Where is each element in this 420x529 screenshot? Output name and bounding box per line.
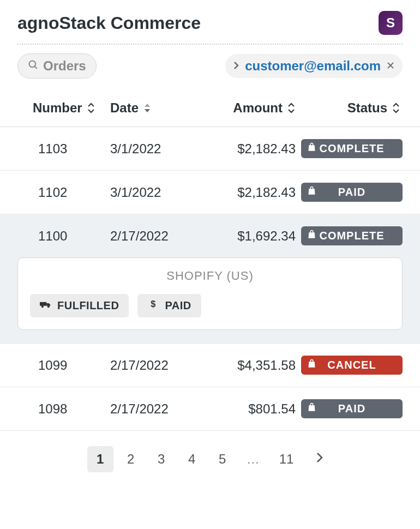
table-header: Number Date Amount Status bbox=[0, 92, 420, 127]
detail-chip: $PAID bbox=[137, 294, 201, 317]
shopify-bag-icon bbox=[308, 186, 317, 199]
status-badge[interactable]: COMPLETE bbox=[301, 226, 403, 245]
column-number-label: Number bbox=[33, 100, 82, 116]
status-badge[interactable]: PAID bbox=[301, 183, 403, 202]
page-button[interactable]: 2 bbox=[118, 446, 144, 472]
dollar-icon: $ bbox=[147, 299, 159, 312]
row-detail-panel: SHOPIFY (US)FULFILLED$PAID bbox=[0, 257, 420, 344]
cell-status: PAID bbox=[301, 183, 403, 202]
sort-icon bbox=[87, 103, 95, 113]
search-icon bbox=[28, 58, 39, 74]
page-button[interactable]: 4 bbox=[179, 446, 205, 472]
table-row[interactable]: 10992/17/2022$4,351.58CANCEL bbox=[0, 344, 420, 387]
cell-date: 2/17/2022 bbox=[110, 229, 203, 244]
customer-email-pill[interactable]: customer@email.com bbox=[225, 54, 403, 78]
status-badge[interactable]: PAID bbox=[301, 399, 403, 418]
cell-status: PAID bbox=[301, 399, 403, 418]
cell-number: 1102 bbox=[17, 185, 110, 200]
cell-amount: $1,692.34 bbox=[203, 229, 301, 244]
column-amount-label: Amount bbox=[233, 100, 283, 116]
close-icon[interactable] bbox=[386, 60, 395, 73]
detail-chip-label: FULFILLED bbox=[57, 299, 119, 312]
chevron-right-icon bbox=[233, 60, 239, 73]
table-row[interactable]: 11002/17/2022$1,692.34COMPLETE bbox=[0, 214, 420, 257]
page-button-last[interactable]: 11 bbox=[271, 446, 303, 472]
cell-number: 1100 bbox=[17, 229, 110, 244]
detail-chips: FULFILLED$PAID bbox=[30, 294, 390, 317]
page-next-button[interactable] bbox=[307, 446, 333, 472]
sort-icon bbox=[287, 103, 296, 113]
orders-table: Number Date Amount Status bbox=[0, 92, 420, 431]
cell-number: 1099 bbox=[17, 358, 110, 373]
shopify-bag-icon bbox=[308, 402, 317, 415]
cell-number: 1098 bbox=[17, 401, 110, 417]
svg-point-7 bbox=[41, 305, 44, 308]
provider-title: SHOPIFY (US) bbox=[30, 269, 390, 283]
column-date[interactable]: Date bbox=[110, 92, 203, 127]
table-body: 11033/1/2022$2,182.43COMPLETE11023/1/202… bbox=[0, 127, 420, 431]
status-badge[interactable]: COMPLETE bbox=[301, 139, 403, 158]
column-amount[interactable]: Amount bbox=[203, 92, 301, 127]
chevron-right-icon bbox=[316, 452, 323, 467]
page-button[interactable]: 5 bbox=[209, 446, 236, 472]
column-status-label: Status bbox=[347, 100, 387, 116]
detail-chip: FULFILLED bbox=[30, 294, 129, 317]
cell-date: 3/1/2022 bbox=[110, 185, 203, 200]
cell-date: 2/17/2022 bbox=[110, 401, 203, 417]
svg-point-8 bbox=[47, 305, 50, 308]
cell-date: 2/17/2022 bbox=[110, 358, 203, 373]
status-badge[interactable]: CANCEL bbox=[301, 356, 403, 375]
column-status[interactable]: Status bbox=[301, 92, 403, 127]
sort-icon bbox=[392, 103, 400, 113]
cell-amount: $2,182.43 bbox=[203, 185, 301, 200]
truck-icon bbox=[40, 299, 52, 312]
detail-card: SHOPIFY (US)FULFILLED$PAID bbox=[17, 257, 403, 330]
status-text: PAID bbox=[338, 402, 365, 415]
orders-filter-label: Orders bbox=[43, 58, 86, 74]
cell-number: 1103 bbox=[17, 141, 110, 157]
status-text: COMPLETE bbox=[319, 142, 384, 155]
svg-point-0 bbox=[29, 61, 36, 68]
customer-email-text: customer@email.com bbox=[245, 58, 381, 74]
orders-filter-pill[interactable]: Orders bbox=[17, 53, 97, 79]
status-text: CANCEL bbox=[327, 359, 376, 371]
page-ellipsis: … bbox=[240, 452, 266, 467]
cell-status: COMPLETE bbox=[301, 226, 403, 245]
shopify-bag-icon bbox=[308, 142, 317, 155]
filter-row: Orders customer@email.com bbox=[0, 45, 420, 92]
status-text: PAID bbox=[338, 186, 365, 199]
page-button[interactable]: 1 bbox=[87, 446, 113, 472]
svg-marker-5 bbox=[145, 109, 150, 112]
cell-amount: $801.54 bbox=[203, 401, 301, 417]
page-title: agnoStack Commerce bbox=[17, 13, 201, 33]
brand-logo: S bbox=[379, 11, 403, 35]
pagination: 12345…11 bbox=[0, 431, 420, 488]
cell-amount: $4,351.58 bbox=[203, 358, 301, 373]
column-date-label: Date bbox=[110, 100, 139, 116]
brand-logo-letter: S bbox=[386, 15, 395, 31]
shopify-bag-icon bbox=[308, 359, 317, 371]
status-text: COMPLETE bbox=[319, 230, 384, 242]
cell-date: 3/1/2022 bbox=[110, 141, 203, 157]
table-row[interactable]: 11033/1/2022$2,182.43COMPLETE bbox=[0, 127, 420, 171]
sort-icon-active bbox=[143, 103, 152, 113]
table-row[interactable]: 10982/17/2022$801.54PAID bbox=[0, 387, 420, 431]
svg-rect-6 bbox=[40, 302, 46, 306]
column-number[interactable]: Number bbox=[17, 92, 110, 127]
cell-status: COMPLETE bbox=[301, 139, 403, 158]
detail-chip-label: PAID bbox=[165, 299, 191, 312]
table-row[interactable]: 11023/1/2022$2,182.43PAID bbox=[0, 171, 420, 214]
page-button[interactable]: 3 bbox=[148, 446, 175, 472]
svg-line-1 bbox=[35, 67, 37, 69]
shopify-bag-icon bbox=[308, 230, 317, 242]
cell-amount: $2,182.43 bbox=[203, 141, 301, 157]
svg-marker-4 bbox=[145, 104, 150, 107]
svg-text:$: $ bbox=[151, 299, 156, 309]
cell-status: CANCEL bbox=[301, 356, 403, 375]
header: agnoStack Commerce S bbox=[0, 0, 420, 44]
